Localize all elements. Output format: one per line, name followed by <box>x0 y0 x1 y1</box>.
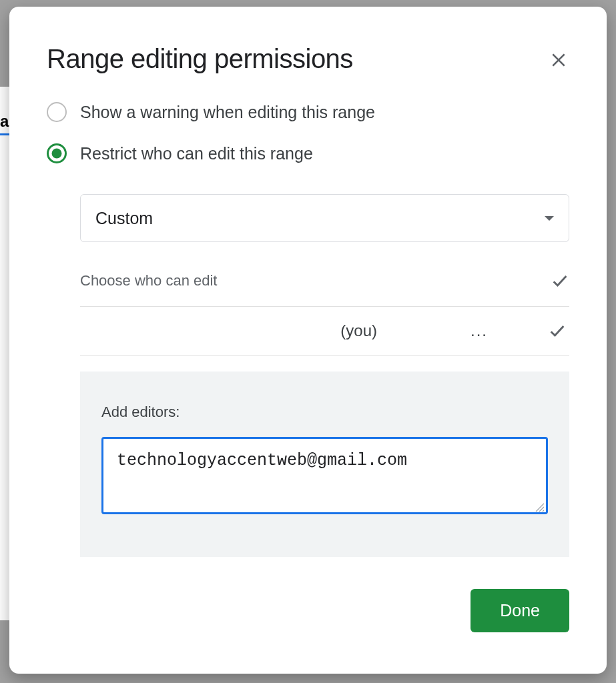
editors-section: Choose who can edit (you) ... <box>80 271 569 356</box>
dialog-header: Range editing permissions <box>47 44 569 74</box>
close-icon <box>550 51 567 69</box>
add-editors-label: Add editors: <box>101 404 548 421</box>
sheet-column-letter: a <box>0 112 9 131</box>
radio-checked-icon <box>47 143 67 163</box>
svg-line-4 <box>543 510 544 512</box>
radio-warning-label: Show a warning when editing this range <box>80 103 375 122</box>
close-button[interactable] <box>548 49 569 71</box>
radio-restrict-label: Restrict who can edit this range <box>80 144 313 163</box>
radio-option-warning[interactable]: Show a warning when editing this range <box>47 102 569 122</box>
caret-down-icon <box>545 216 554 221</box>
editor-you-label: (you) <box>340 321 377 340</box>
done-button[interactable]: Done <box>471 589 569 632</box>
sheet-column-underline <box>0 133 10 135</box>
add-editors-panel: Add editors: technologyaccentweb@gmail.c… <box>80 372 569 557</box>
check-icon[interactable] <box>548 321 567 340</box>
choose-who-can-edit-label: Choose who can edit <box>80 272 217 289</box>
dialog-footer: Done <box>47 589 569 632</box>
editor-more-menu[interactable]: ... <box>471 321 488 340</box>
restriction-dropdown[interactable]: Custom <box>80 194 569 242</box>
check-icon[interactable] <box>551 271 569 290</box>
dropdown-selected-label: Custom <box>95 209 153 228</box>
sheet-background-sliver <box>0 87 10 620</box>
editor-row-you: (you) ... <box>80 307 569 356</box>
radio-unchecked-icon <box>47 102 67 122</box>
add-editors-input[interactable]: technologyaccentweb@gmail.com <box>101 437 548 514</box>
radio-option-restrict[interactable]: Restrict who can edit this range <box>47 143 569 163</box>
range-editing-permissions-dialog: Range editing permissions Show a warning… <box>9 7 607 674</box>
dialog-title: Range editing permissions <box>47 44 353 74</box>
resize-handle-icon[interactable] <box>535 502 544 512</box>
editors-section-header: Choose who can edit <box>80 271 569 307</box>
